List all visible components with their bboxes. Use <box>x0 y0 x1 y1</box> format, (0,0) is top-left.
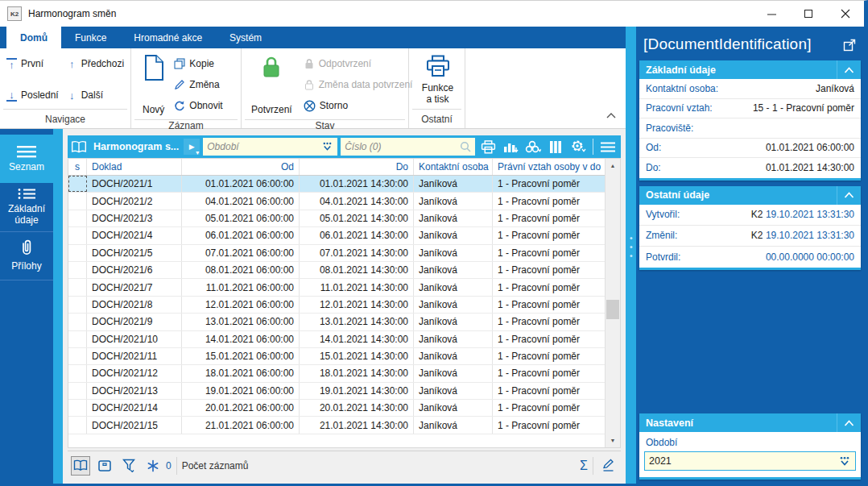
table-row[interactable]: DOCH/2021/9 13.01.2021 06:00:00 13.01.20… <box>68 314 605 330</box>
scroll-up-button[interactable]: ▲ <box>606 159 620 172</box>
cell-do[interactable]: 08.01.2021 14:30:00 <box>300 262 414 278</box>
olap-button[interactable] <box>523 137 543 156</box>
cell-doklad[interactable]: DOCH/2021/3 <box>87 210 182 226</box>
sidebar-item-zakladni-udaje[interactable]: Základní údaje <box>0 183 53 232</box>
cell-pravni-vztah[interactable]: 1 - Pracovní poměr <box>493 400 605 416</box>
next-button[interactable]: ↓ Další <box>67 86 124 104</box>
table-row[interactable]: DOCH/2021/1 01.01.2021 06:00:00 01.01.20… <box>68 176 605 193</box>
cell-status[interactable] <box>68 331 87 347</box>
cell-od[interactable]: 12.01.2021 06:00:00 <box>182 297 300 313</box>
cell-pravni-vztah[interactable]: 1 - Pracovní poměr <box>493 417 605 433</box>
cell-kontaktni-osoba[interactable]: Janíková <box>414 262 493 278</box>
cell-do[interactable]: 15.01.2021 14:30:00 <box>300 348 414 364</box>
book-view-toggle[interactable] <box>71 456 90 476</box>
cell-kontaktni-osoba[interactable]: Janíková <box>414 245 493 261</box>
functions-print-button[interactable]: Funkce a tisk <box>415 53 460 109</box>
cell-kontaktni-osoba[interactable]: Janíková <box>414 279 493 295</box>
cell-doklad[interactable]: DOCH/2021/9 <box>87 314 182 330</box>
column-header-doklad[interactable]: Doklad <box>87 159 182 175</box>
cell-status[interactable] <box>68 193 87 209</box>
table-row[interactable]: DOCH/2021/7 11.01.2021 06:00:00 11.01.20… <box>68 279 605 296</box>
cell-do[interactable]: 05.01.2021 14:30:00 <box>300 210 414 226</box>
confirm-button[interactable]: Potvrzení <box>248 53 296 119</box>
table-row[interactable]: DOCH/2021/6 08.01.2021 06:00:00 08.01.20… <box>68 262 605 279</box>
cell-status[interactable] <box>68 210 87 226</box>
cell-doklad[interactable]: DOCH/2021/10 <box>87 331 182 347</box>
cell-status[interactable] <box>68 279 87 295</box>
cell-pravni-vztah[interactable]: 1 - Pracovní poměr <box>493 245 605 261</box>
period-filter-input[interactable] <box>207 141 318 152</box>
cell-pravni-vztah[interactable]: 1 - Pracovní poměr <box>493 227 605 243</box>
cell-pravni-vztah[interactable]: 1 - Pracovní poměr <box>493 210 605 226</box>
cell-do[interactable]: 21.01.2021 14:30:00 <box>300 417 414 433</box>
cell-pravni-vztah[interactable]: 1 - Pracovní poměr <box>493 193 605 209</box>
cell-pravni-vztah[interactable]: 1 - Pracovní poměr <box>493 365 605 381</box>
cell-status[interactable] <box>68 314 87 330</box>
cell-doklad[interactable]: DOCH/2021/1 <box>87 176 182 192</box>
minimize-button[interactable] <box>753 1 790 27</box>
tab-domu[interactable]: Domů <box>6 27 61 48</box>
column-header-od[interactable]: Od <box>182 159 300 175</box>
cell-doklad[interactable]: DOCH/2021/8 <box>87 297 182 313</box>
column-header-do[interactable]: Do <box>300 159 414 175</box>
cell-status[interactable] <box>68 348 87 364</box>
menu-button[interactable] <box>598 137 618 156</box>
cell-kontaktni-osoba[interactable]: Janíková <box>414 348 493 364</box>
cell-pravni-vztah[interactable]: 1 - Pracovní poměr <box>493 314 605 330</box>
cell-pravni-vztah[interactable]: 1 - Pracovní poměr <box>493 279 605 295</box>
copy-button[interactable]: Kopie <box>174 55 222 73</box>
cell-status[interactable] <box>68 383 87 399</box>
cell-pravni-vztah[interactable]: 1 - Pracovní poměr <box>493 331 605 347</box>
tab-hromadne-akce[interactable]: Hromadné akce <box>120 27 216 48</box>
table-row[interactable]: DOCH/2021/8 12.01.2021 06:00:00 12.01.20… <box>68 297 605 314</box>
snowflake-filter-button[interactable] <box>143 456 163 476</box>
table-row[interactable]: DOCH/2021/3 05.01.2021 06:00:00 05.01.20… <box>68 210 605 227</box>
cell-od[interactable]: 08.01.2021 06:00:00 <box>182 262 300 278</box>
new-button[interactable]: Nový <box>139 53 167 119</box>
table-row[interactable]: DOCH/2021/4 06.01.2021 06:00:00 06.01.20… <box>68 227 605 244</box>
table-row[interactable]: DOCH/2021/11 15.01.2021 06:00:00 15.01.2… <box>68 348 605 365</box>
cell-do[interactable]: 06.01.2021 14:30:00 <box>300 227 414 243</box>
cell-od[interactable]: 11.01.2021 06:00:00 <box>182 279 300 295</box>
cell-status[interactable] <box>68 262 87 278</box>
cell-do[interactable]: 01.01.2021 14:30:00 <box>300 176 414 192</box>
cell-od[interactable]: 15.01.2021 06:00:00 <box>182 348 300 364</box>
cell-od[interactable]: 21.01.2021 06:00:00 <box>182 417 300 433</box>
cell-od[interactable]: 14.01.2021 06:00:00 <box>182 331 300 347</box>
collapse-section-button[interactable] <box>837 60 861 79</box>
cell-od[interactable]: 18.01.2021 06:00:00 <box>182 365 300 381</box>
scroll-down-button[interactable]: ▼ <box>606 434 620 447</box>
edit-button[interactable]: Změna <box>174 76 222 93</box>
multi-select-dropdown-icon[interactable] <box>838 456 851 467</box>
cell-kontaktni-osoba[interactable]: Janíková <box>414 297 493 313</box>
previous-button[interactable]: ↑ Předchozi <box>67 55 124 73</box>
cell-status[interactable] <box>68 176 87 192</box>
cell-status[interactable] <box>68 227 87 243</box>
collapse-ribbon-button[interactable] <box>606 107 616 122</box>
cell-status[interactable] <box>68 297 87 313</box>
cell-do[interactable]: 14.01.2021 14:30:00 <box>300 331 414 347</box>
card-view-toggle[interactable] <box>95 456 114 476</box>
section-header[interactable]: Ostatní údaje <box>639 186 861 205</box>
cell-kontaktni-osoba[interactable]: Janíková <box>414 383 493 399</box>
scroll-thumb[interactable] <box>606 300 619 319</box>
column-header-kontaktni-osoba[interactable]: Kontaktní osoba <box>414 159 493 175</box>
sum-button[interactable]: Σ <box>580 459 588 473</box>
collapse-section-button[interactable] <box>837 186 861 205</box>
period-setting-input[interactable] <box>649 455 838 467</box>
tab-system[interactable]: Systém <box>216 27 275 48</box>
table-row[interactable]: DOCH/2021/2 04.01.2021 06:00:00 04.01.20… <box>68 193 605 210</box>
maximize-button[interactable] <box>790 1 827 27</box>
cell-kontaktni-osoba[interactable]: Janíková <box>414 193 493 209</box>
cell-doklad[interactable]: DOCH/2021/13 <box>87 383 182 399</box>
refresh-button[interactable]: Obnovit <box>174 97 222 114</box>
cell-pravni-vztah[interactable]: 1 - Pracovní poměr <box>493 348 605 364</box>
cell-kontaktni-osoba[interactable]: Janíková <box>414 400 493 416</box>
cell-status[interactable] <box>68 417 87 433</box>
collapse-section-button[interactable] <box>837 413 861 432</box>
column-header-pravni-vztah[interactable]: Právní vztah osoby v do <box>493 159 605 175</box>
cell-do[interactable]: 13.01.2021 14:30:00 <box>300 314 414 330</box>
cell-kontaktni-osoba[interactable]: Janíková <box>414 210 493 226</box>
cell-pravni-vztah[interactable]: 1 - Pracovní poměr <box>493 176 605 192</box>
first-button[interactable]: ↑ První <box>6 55 59 73</box>
